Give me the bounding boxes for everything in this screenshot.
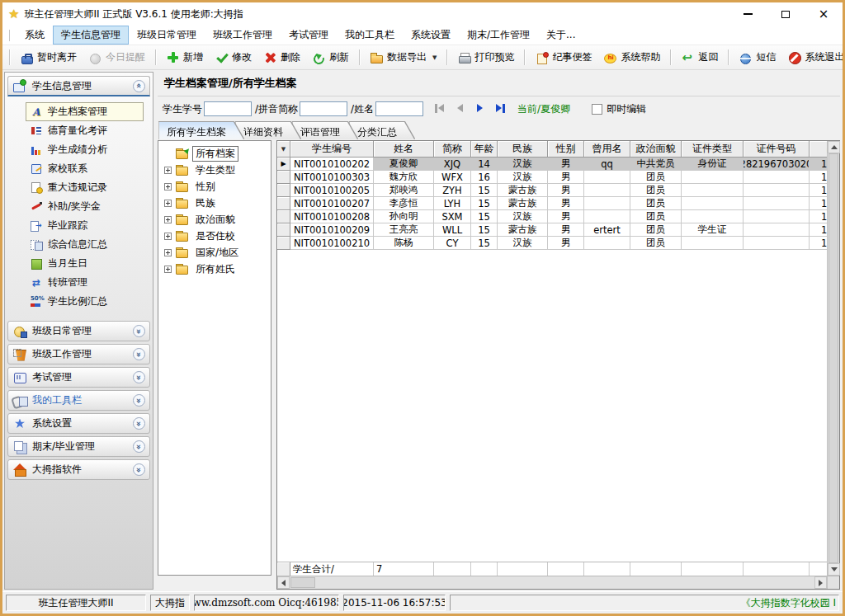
grid-cell[interactable]: 团员 [630,197,682,210]
grid-col-header-6[interactable]: 曾用名 [584,141,630,158]
grid-cell[interactable]: NIT0010100202 [290,158,374,171]
grid-cell[interactable]: 14 [471,158,498,171]
grid-cell[interactable]: 1986 [810,184,827,197]
grid-cell[interactable]: 1986 [810,223,827,237]
tree-item-ethnic-group[interactable]: 民族 [160,195,269,211]
table-row[interactable]: NIT0010100303魏方欣WFX16汉族男团员1986 [277,171,827,184]
menu-item-class-daily[interactable]: 班级日常管理 [129,26,205,45]
grid-col-header-10[interactable]: 出生日期 [810,141,827,158]
last-record-button[interactable] [494,104,506,114]
grid-col-header-8[interactable]: 证件类型 [682,141,744,158]
grid-cell[interactable]: 男 [548,210,584,223]
grid-cell[interactable]: 中共党员 [630,158,682,171]
chevron-down-icon[interactable]: « [133,417,145,430]
grid-cell[interactable] [584,184,630,197]
row-selector-cell[interactable] [277,197,290,210]
vertical-scrollbar[interactable] [827,141,839,576]
tab-category-summary[interactable]: 分类汇总 [350,122,414,139]
sidebar-item-score-analysis[interactable]: 学生成绩分析 [26,140,144,159]
scroll-down-button[interactable] [828,563,840,576]
grid-cell[interactable]: 团员 [630,210,682,223]
sidebar-item-info-summary[interactable]: 综合信息汇总 [26,235,144,254]
grid-cell[interactable]: qq [584,158,630,171]
grid-cell[interactable]: 王亮亮 [374,223,434,237]
grid-col-header-7[interactable]: 政治面貌 [630,141,682,158]
menu-item-class-work[interactable]: 班级工作管理 [205,26,281,45]
table-row[interactable]: NIT0010100210陈杨CY15汉族男团员1986 [277,237,827,250]
grid-cell[interactable]: WFX [434,171,471,184]
tree-expand-icon[interactable] [164,183,172,190]
tree-expand-icon[interactable] [164,200,172,207]
grid-cell[interactable]: 男 [548,197,584,210]
menu-item-system[interactable]: 系统 [17,26,53,45]
tree-expand-icon[interactable] [164,266,172,273]
sidebar-item-home-school[interactable]: 家校联系 [26,159,144,178]
first-record-button[interactable] [435,104,446,114]
tab-all-archives[interactable]: 所有学生档案 [159,122,243,139]
scroll-right-button[interactable] [814,576,827,589]
prev-record-button[interactable] [455,104,466,114]
grid-col-header-5[interactable]: 性别 [548,141,584,158]
tree-item-student-type[interactable]: 学生类型 [160,162,269,178]
grid-cell[interactable]: 夏俊卿 [374,158,434,171]
chevron-down-icon[interactable]: « [133,463,145,476]
maximize-button[interactable] [767,2,805,26]
sidebar-item-scholarship[interactable]: 补助/奖学金 [26,197,144,216]
back-button[interactable]: 返回 [675,48,724,67]
sidebar-group-term-graduation[interactable]: 期末/毕业管理« [7,436,150,457]
table-row[interactable]: NIT0010100208孙向明SXM15汉族男团员1986 [277,210,827,223]
sidebar-group-class-work[interactable]: 班级工作管理« [7,344,150,364]
row-selector-cell[interactable] [277,171,290,184]
grid-cell[interactable]: 团员 [630,171,682,184]
tree-expand-icon[interactable] [164,167,172,174]
print-button[interactable]: 打印预览 [451,48,520,67]
sidebar-item-student-archive[interactable]: 学生档案管理 [26,102,144,121]
grid-cell[interactable]: XJQ [434,158,471,171]
grid-cell[interactable]: 汉族 [498,237,548,250]
pinyin-input[interactable] [300,101,347,116]
grid-cell[interactable]: 团员 [630,223,682,237]
grid-col-header-3[interactable]: 年龄 [471,141,498,158]
grid-cell[interactable]: 学生证 [682,223,744,237]
sidebar-group-my-toolbar[interactable]: 我的工具栏« [7,390,150,411]
horizontal-scrollbar[interactable] [277,576,827,589]
grid-cell[interactable]: SXM [434,210,471,223]
grid-cell[interactable]: 15 [471,237,498,250]
grid-cell[interactable] [682,237,744,250]
sidebar-group-thumb-software[interactable]: 大拇指软件« [7,459,150,480]
grid-cell[interactable]: 蒙古族 [498,184,548,197]
chevron-down-icon[interactable]: « [133,325,145,337]
grid-cell[interactable]: 282196703020 [744,158,810,171]
name-input[interactable] [375,101,423,116]
grid-cell[interactable]: NIT0010100209 [290,223,374,237]
grid-cell[interactable]: 身份证 [682,158,744,171]
grid-cell[interactable] [744,171,810,184]
row-selector-cell[interactable] [277,223,290,237]
grid-cell[interactable]: 男 [548,237,584,250]
help-button[interactable]: 系统帮助 [597,48,666,67]
next-record-button[interactable] [474,104,486,114]
sidebar-item-violation[interactable]: 重大违规记录 [26,178,144,197]
table-row[interactable]: NIT0010100209王亮亮WLL15蒙古族男ertert团员学生证1986 [277,223,827,237]
exit-button[interactable]: 系统退出 [781,48,845,67]
grid-cell[interactable]: 男 [548,171,584,184]
add-button[interactable]: 新增 [160,48,209,67]
grid-cell[interactable]: 1986 [810,210,827,223]
menu-item-exam[interactable]: 考试管理 [281,26,337,45]
tree-item-boarding[interactable]: 是否住校 [160,228,269,244]
chevron-down-icon[interactable]: « [133,394,145,407]
grid-cell[interactable]: NIT0010100303 [290,171,374,184]
sidebar-item-graduation[interactable]: 毕业跟踪 [26,216,144,235]
instant-edit-checkbox[interactable] [592,104,602,115]
grid-col-header-1[interactable]: 姓名 [374,141,434,158]
sidebar-group-class-daily[interactable]: 班级日常管理« [7,321,150,341]
grid-col-header-9[interactable]: 证件号码 [744,141,810,158]
grid-cell[interactable] [584,237,630,250]
grid-cell[interactable]: 15 [471,223,498,237]
grid-cell[interactable]: 汉族 [498,210,548,223]
sidebar-item-ratio-summary[interactable]: 学生比例汇总 [26,292,144,311]
row-selector-cell[interactable] [277,184,290,197]
grid-col-header-2[interactable]: 简称 [434,141,471,158]
note-button[interactable]: 纪事便签 [529,48,597,67]
sidebar-item-moral-eval[interactable]: 德育量化考评 [26,121,144,140]
